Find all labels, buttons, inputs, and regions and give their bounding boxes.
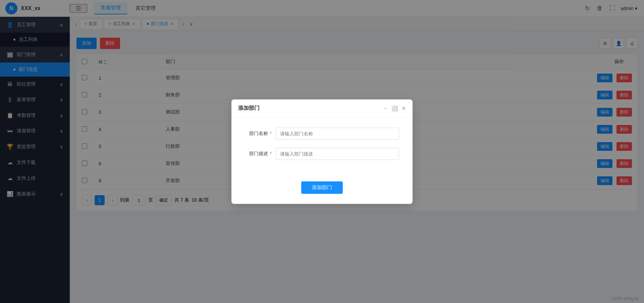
dept-name-row: 部门名称 * xyxy=(245,128,399,140)
dept-desc-input[interactable] xyxy=(276,148,399,160)
modal-submit-button[interactable]: 添加部门 xyxy=(301,181,343,194)
modal-overlay[interactable]: 添加部门 － ⬜ ✕ 部门名称 * 部门描述 * 添加部门 xyxy=(0,0,644,303)
dept-desc-label: 部门描述 * xyxy=(245,151,272,157)
dept-name-label: 部门名称 * xyxy=(245,131,272,137)
add-dept-modal: 添加部门 － ⬜ ✕ 部门名称 * 部门描述 * 添加部门 xyxy=(231,99,413,204)
modal-minimize-button[interactable]: － xyxy=(383,105,388,112)
modal-body: 部门名称 * 部门描述 * xyxy=(231,118,413,178)
modal-header: 添加部门 － ⬜ ✕ xyxy=(231,99,413,118)
modal-header-buttons: － ⬜ ✕ xyxy=(383,105,406,112)
modal-footer: 添加部门 xyxy=(231,178,413,204)
modal-restore-button[interactable]: ⬜ xyxy=(391,105,398,112)
dept-desc-row: 部门描述 * xyxy=(245,148,399,160)
dept-name-input[interactable] xyxy=(276,128,399,140)
modal-title: 添加部门 xyxy=(238,105,260,112)
modal-close-button[interactable]: ✕ xyxy=(401,105,406,112)
